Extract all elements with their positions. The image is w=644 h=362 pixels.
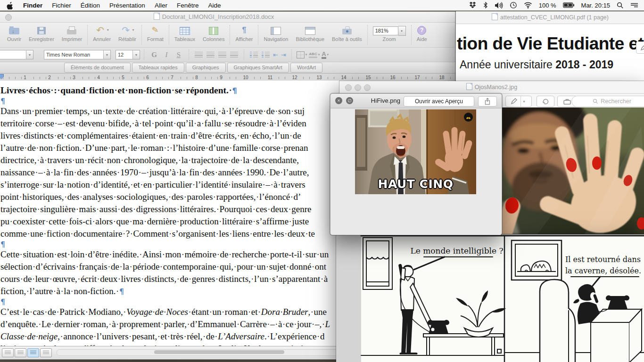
style-combo[interactable]: l▼ <box>0 50 33 59</box>
spotlight-icon[interactable] <box>617 2 624 9</box>
space-mark: · <box>164 143 167 153</box>
menu-item-fichier[interactable]: Fichier <box>52 2 71 9</box>
toolbar-button-columns[interactable]: Colonnes <box>199 23 228 47</box>
toolbar-button-help[interactable]: ?Aide <box>413 23 431 47</box>
menu-item-présentation[interactable]: Présentation <box>109 2 145 9</box>
cave-comic[interactable]: Le monde intelligible ? <box>336 235 644 362</box>
align-justify-icon[interactable] <box>230 52 238 58</box>
zoom-value-field[interactable]: 181% <box>373 26 398 35</box>
preview-title-bar[interactable]: OjosManos2.jpg <box>339 81 644 94</box>
view-page-layout-button[interactable] <box>27 348 39 357</box>
borders-button[interactable] <box>297 51 305 58</box>
chevron-down-icon[interactable]: ▾ <box>318 53 320 57</box>
underline-button[interactable]: S <box>174 50 183 59</box>
toolbar-button-format-brush[interactable]: ✎Format <box>143 23 167 47</box>
chevron-down-icon[interactable]: ▼ <box>26 50 33 59</box>
bluetooth-icon[interactable] <box>483 1 488 9</box>
align-center-icon[interactable] <box>206 52 215 58</box>
bullet-list-icon[interactable] <box>262 52 270 58</box>
chevron-down-icon[interactable]: ▼ <box>103 50 110 59</box>
dropbox-icon[interactable] <box>469 1 477 9</box>
ribbon-tab[interactable]: WordArt <box>290 63 322 73</box>
volume-icon[interactable] <box>495 2 503 9</box>
search-field[interactable]: Rechercher <box>571 96 644 107</box>
markup-button[interactable] <box>636 41 644 54</box>
toolbar-button-undo[interactable]: ↶▾Annuler <box>89 23 115 47</box>
space-mark: · <box>188 274 191 284</box>
menu-item-finder[interactable]: Finder <box>23 2 42 9</box>
menu-item-fenêtre[interactable]: Fenêtre <box>177 2 199 9</box>
align-right-icon[interactable] <box>218 52 226 58</box>
close-button[interactable] <box>345 84 352 91</box>
toolbar-button-open[interactable]: Ouvrir <box>3 23 25 47</box>
word-toolbar: NouveauOuvrirEnregistrerImprimer↶▾Annule… <box>0 23 455 48</box>
chevron-down-icon[interactable]: ▾ <box>305 53 307 57</box>
chevron-down-icon[interactable]: ▾ <box>327 53 329 57</box>
font-combo[interactable]: Times New Roman▼ <box>44 50 111 59</box>
view-notebook-button[interactable] <box>40 348 52 357</box>
ribbon-tab[interactable]: Éléments de document <box>64 63 131 73</box>
toolbar-button-library[interactable]: Bibliothèque <box>292 23 328 47</box>
space-mark: · <box>183 192 187 202</box>
space-mark: · <box>44 155 47 165</box>
space-mark: · <box>72 155 75 165</box>
numbered-list-icon[interactable] <box>250 52 258 58</box>
pdf-title-bar[interactable]: attestation_CVEC_LIMONGI.pdf (1 page) <box>456 11 644 24</box>
toolbar-button-save[interactable]: Enregistrer <box>25 23 58 47</box>
toolbar-button-tables[interactable]: Tableaux <box>171 23 199 47</box>
zoom-button[interactable] <box>364 84 371 91</box>
share-button[interactable] <box>478 96 497 107</box>
chevron-down-icon[interactable]: ▾ <box>107 28 109 32</box>
chevron-down-icon[interactable]: ▾ <box>521 99 527 104</box>
rotate-button[interactable] <box>537 96 554 107</box>
style-combo-value: l <box>0 51 26 58</box>
font-color-button[interactable]: A <box>322 51 326 59</box>
font-size-combo[interactable]: 12▼ <box>116 50 140 59</box>
ribbon-tab[interactable]: Graphiques <box>186 63 226 73</box>
word-title-bar[interactable]: Doctorat_LIMONGI_Inscription2018.docx <box>0 12 455 23</box>
ribbon-tab[interactable]: Tableaux rapides <box>132 63 184 73</box>
menu-item-aide[interactable]: Aide <box>208 2 221 9</box>
ribbon-tab[interactable]: Graphiques SmartArt <box>227 63 289 73</box>
decrease-indent-icon[interactable]: ⇤ <box>273 51 278 58</box>
view-draft-button[interactable] <box>2 348 14 357</box>
menu-item-aller[interactable]: Aller <box>155 2 167 9</box>
scrollbar-thumb[interactable] <box>154 350 284 354</box>
toolbar-button-new-document[interactable]: Nouveau <box>0 23 3 47</box>
open-with-preview-button[interactable]: Ouvrir avec Aperçu <box>404 96 474 107</box>
markup-pencil-button[interactable]: ▾ <box>505 96 532 107</box>
minimize-button[interactable] <box>355 84 361 91</box>
space-mark: · <box>130 229 133 239</box>
toolbar-button-toolbox[interactable]: Boîte à outils <box>328 23 366 47</box>
view-outline-button[interactable] <box>15 348 26 357</box>
ruler-number: 2 <box>47 75 52 80</box>
bold-button[interactable]: G <box>149 50 159 59</box>
quicklook-title-bar[interactable]: × ∅ HiFive.png Ouvrir avec Aperçu <box>330 94 502 108</box>
toolbar-button-redo[interactable]: ↷▾Rétablir <box>115 23 140 47</box>
italic-button[interactable]: I <box>162 50 171 59</box>
increase-indent-icon[interactable]: ⇥ <box>281 51 286 58</box>
navigation-pane-icon <box>271 27 281 35</box>
space-mark: · <box>248 307 251 317</box>
zoom-dropdown-arrow-icon[interactable]: ▾ <box>398 26 406 36</box>
chevron-down-icon[interactable]: ▾ <box>132 28 134 32</box>
close-icon[interactable]: × <box>335 97 342 104</box>
battery-icon[interactable] <box>563 2 575 8</box>
highlight-button[interactable]: ABC <box>309 52 317 58</box>
window-control-button[interactable] <box>5 14 12 21</box>
menu-clock[interactable]: Mar. 20:15 <box>581 2 610 9</box>
menu-item-édition[interactable]: Édition <box>81 2 100 9</box>
wifi-icon[interactable] <box>524 2 532 8</box>
time-machine-icon[interactable] <box>510 1 517 9</box>
toolbar-button-zoom[interactable]: 181%▾Zoom <box>369 23 410 47</box>
apple-menu-icon[interactable] <box>7 1 14 9</box>
hifive-image[interactable]: HAUT CINQ <box>355 109 476 194</box>
align-left-icon[interactable] <box>195 52 203 58</box>
chevron-down-icon[interactable]: ▼ <box>132 50 140 59</box>
space-mark: · <box>256 192 259 202</box>
toolbar-button-print[interactable]: Imprimer <box>58 23 86 47</box>
notification-center-icon[interactable] <box>630 2 638 8</box>
toolbar-button-navigation-pane[interactable]: Navigation <box>260 23 292 47</box>
toolbar-button-pilcrow[interactable]: ¶Afficher <box>231 23 256 47</box>
space-mark: · <box>19 307 23 317</box>
